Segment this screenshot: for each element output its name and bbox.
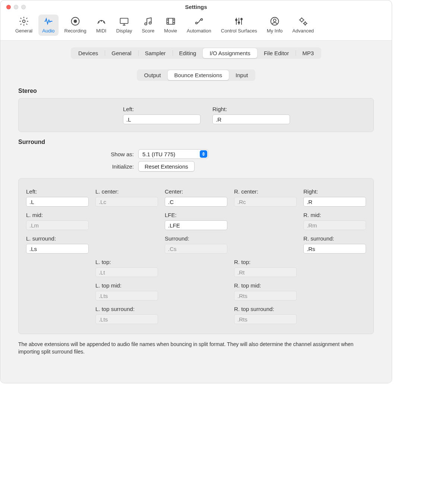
toolbar-label: My Info	[267, 28, 283, 34]
toolbar-recording[interactable]: Recording	[61, 15, 90, 36]
svg-point-10	[196, 22, 198, 24]
tab-bounce-extensions[interactable]: Bounce Extensions	[168, 70, 229, 80]
toolbar-label: Control Surfaces	[221, 28, 257, 34]
stereo-right-label: Right:	[212, 106, 290, 112]
l_top_mid-label: L. top mid:	[95, 282, 158, 289]
show-as-label: Show as:	[18, 151, 134, 157]
reset-extensions-button[interactable]: Reset Extensions	[138, 161, 195, 172]
stereo-right-input[interactable]	[212, 114, 290, 124]
right-input[interactable]	[303, 197, 366, 207]
toolbar-score[interactable]: Score	[138, 15, 158, 36]
toolbar-label: Score	[142, 28, 154, 34]
svg-point-5	[104, 22, 104, 22]
advanced-icon	[298, 16, 308, 26]
l_top-label: L. top:	[95, 259, 158, 265]
svg-point-16	[273, 19, 276, 22]
svg-point-4	[101, 21, 102, 21]
toolbar-label: Recording	[64, 28, 86, 34]
svg-point-17	[300, 18, 303, 21]
automation-icon	[194, 16, 204, 26]
toolbar-label: Advanced	[292, 28, 314, 34]
r_top_sur-input	[234, 314, 297, 324]
svg-point-12	[236, 19, 237, 21]
my-info-icon	[269, 16, 280, 26]
content: DevicesGeneralSamplerEditingI/O Assignme…	[0, 41, 392, 383]
r_mid-input	[303, 220, 366, 230]
svg-point-14	[241, 18, 242, 20]
toolbar-movie[interactable]: Movie	[160, 15, 181, 36]
tab-editing[interactable]: Editing	[173, 48, 203, 58]
svg-point-13	[238, 22, 240, 23]
toolbar-label: Audio	[42, 28, 54, 34]
toolbar-midi[interactable]: MIDI	[92, 15, 110, 36]
toolbar-advanced[interactable]: Advanced	[288, 15, 318, 36]
toolbar-label: General	[15, 28, 32, 34]
c_surround-label: Surround:	[165, 235, 227, 242]
r_top_mid-input	[234, 291, 297, 301]
lfe-label: LFE:	[165, 212, 227, 218]
stereo-left-label: Left:	[123, 106, 201, 112]
surround-heading: Surround	[18, 139, 374, 145]
right-label: Right:	[303, 188, 366, 195]
general-icon	[19, 16, 29, 26]
svg-rect-9	[167, 18, 174, 24]
svg-point-18	[304, 22, 306, 25]
stepper-icon	[200, 150, 207, 158]
r_top_sur-label: R. top surround:	[234, 306, 297, 312]
tab-file-editor[interactable]: File Editor	[257, 48, 296, 58]
l_surround-input[interactable]	[26, 244, 89, 254]
svg-point-11	[201, 19, 203, 21]
recording-icon	[70, 16, 81, 26]
toolbar-label: Automation	[187, 28, 211, 34]
center-input[interactable]	[165, 197, 227, 207]
l_center-input	[95, 197, 158, 207]
audio-icon	[43, 16, 54, 26]
r_top_mid-label: R. top mid:	[234, 282, 297, 289]
l_top_sur-input	[95, 314, 158, 324]
r_surround-input[interactable]	[303, 244, 366, 254]
left-label: Left:	[26, 188, 89, 195]
left-input[interactable]	[26, 197, 89, 207]
score-icon	[143, 16, 153, 26]
r_top-label: R. top:	[234, 259, 297, 265]
l_top_mid-input	[95, 291, 158, 301]
stereo-left-input[interactable]	[123, 114, 201, 124]
titlebar: Settings	[0, 0, 392, 14]
r_mid-label: R. mid:	[303, 212, 366, 218]
r_surround-label: R. surround:	[303, 235, 366, 242]
settings-window: Settings GeneralAudioRecordingMIDIDispla…	[0, 0, 392, 383]
toolbar-my-info[interactable]: My Info	[263, 15, 287, 36]
toolbar-label: Movie	[164, 28, 177, 34]
tab-i-o-assignments[interactable]: I/O Assignments	[203, 48, 257, 58]
lfe-input[interactable]	[165, 220, 227, 230]
toolbar-automation[interactable]: Automation	[183, 15, 215, 36]
tab-general[interactable]: General	[105, 48, 138, 58]
toolbar-label: MIDI	[96, 28, 106, 34]
tab-mp3[interactable]: MP3	[296, 48, 321, 58]
toolbar-label: Display	[116, 28, 132, 34]
footnote: The above extensions will be appended to…	[18, 341, 374, 355]
tab-sampler[interactable]: Sampler	[138, 48, 173, 58]
stereo-box: Left: Right:	[18, 98, 374, 132]
l_top-input	[95, 267, 158, 277]
tab-output[interactable]: Output	[138, 70, 168, 80]
toolbar-display[interactable]: Display	[113, 15, 136, 36]
center-label: Center:	[165, 188, 227, 195]
l_center-label: L. center:	[95, 188, 158, 195]
panel: OutputBounce ExtensionsInput Stereo Left…	[9, 65, 383, 364]
toolbar-audio[interactable]: Audio	[38, 15, 58, 36]
audio-subtabs: DevicesGeneralSamplerEditingI/O Assignme…	[9, 47, 383, 59]
surround-grid-box: Left:L. center:Center:R. center:Right:L.…	[18, 178, 374, 334]
midi-icon	[96, 16, 107, 26]
io-subtabs: OutputBounce ExtensionsInput	[18, 69, 374, 81]
l_mid-input	[26, 220, 89, 230]
r_center-label: R. center:	[234, 188, 297, 195]
tab-input[interactable]: Input	[229, 70, 255, 80]
svg-rect-6	[120, 18, 128, 23]
show-as-select[interactable]: 5.1 (ITU 775)	[138, 149, 208, 159]
r_center-input	[234, 197, 297, 207]
tab-devices[interactable]: Devices	[72, 48, 105, 58]
toolbar-general[interactable]: General	[12, 15, 36, 36]
toolbar-control-surfaces[interactable]: Control Surfaces	[217, 15, 261, 36]
svg-point-2	[74, 20, 77, 23]
